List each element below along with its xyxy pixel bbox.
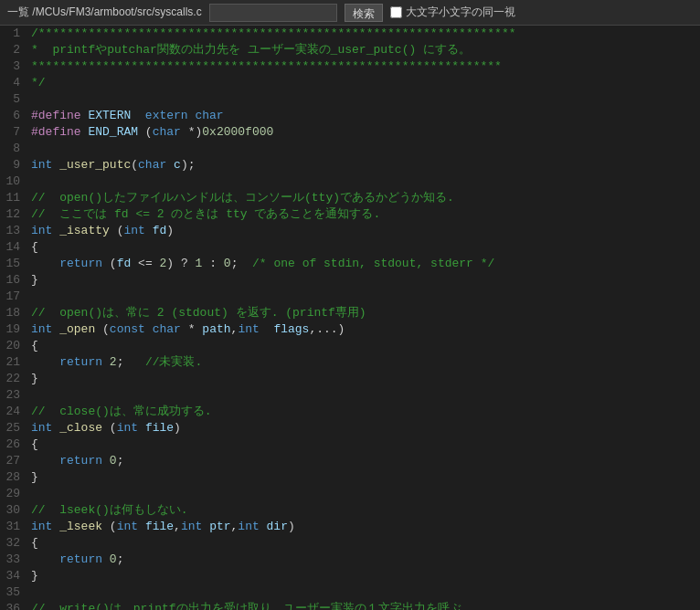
line-number: 24 xyxy=(0,404,27,420)
line-number: 5 xyxy=(0,91,27,108)
line-number: 8 xyxy=(0,141,27,157)
line-number: 3 xyxy=(0,58,27,75)
line-code xyxy=(27,174,700,190)
line-number: 27 xyxy=(0,453,27,469)
line-code: } xyxy=(27,272,700,289)
table-row: 15 return (fd <= 2) ? 1 : 0; /* one of s… xyxy=(0,256,700,272)
table-row: 17 xyxy=(0,289,700,305)
line-number: 7 xyxy=(0,124,27,141)
line-code: { xyxy=(27,338,700,354)
table-row: 28} xyxy=(0,469,700,486)
table-row: 11// open()したファイルハンドルは、コンソール(tty)であるかどうか… xyxy=(0,190,700,206)
line-code: int _user_putc(char c); xyxy=(27,157,700,174)
table-row: 19int _open (const char * path,int flags… xyxy=(0,321,700,338)
line-number: 10 xyxy=(0,174,27,190)
table-row: 6#define EXTERN extern char xyxy=(0,108,700,124)
table-row: 27 return 0; xyxy=(0,453,700,469)
line-code xyxy=(27,141,700,157)
line-code: return (fd <= 2) ? 1 : 0; /* one of stdi… xyxy=(27,256,700,272)
line-code: int _lseek (int file,int ptr,int dir) xyxy=(27,519,700,535)
line-number: 32 xyxy=(0,535,27,552)
line-code xyxy=(27,289,700,305)
table-row: 2* printfやputchar関数の出力先を ユーザー実装の_user_pu… xyxy=(0,42,700,58)
line-code: #define END_RAM (char *)0x2000f000 xyxy=(27,124,700,141)
line-code: ****************************************… xyxy=(27,58,700,75)
line-number: 26 xyxy=(0,436,27,453)
line-code: int _isatty (int fd) xyxy=(27,223,700,239)
table-row: 29 xyxy=(0,486,700,502)
toolbar: 一覧 /MCUs/FM3/armboot/src/syscalls.c 検索 大… xyxy=(0,0,700,26)
line-number: 29 xyxy=(0,486,27,502)
line-code: // write()は、printfの出力を受け取り、ユーザー実装の１文字出力を… xyxy=(27,601,700,610)
case-option-wrap: 大文字小文字の同一視 xyxy=(390,5,515,20)
table-row: 12// ここでは fd <= 2 のときは tty であることを通知する. xyxy=(0,206,700,223)
table-row: 33 return 0; xyxy=(0,552,700,568)
line-code xyxy=(27,486,700,502)
line-number: 20 xyxy=(0,338,27,354)
table-row: 14{ xyxy=(0,239,700,256)
line-number: 12 xyxy=(0,206,27,223)
line-code: int _close (int file) xyxy=(27,420,700,436)
line-number: 13 xyxy=(0,223,27,239)
line-code xyxy=(27,91,700,108)
table-row: 1/**************************************… xyxy=(0,26,700,42)
table-row: 26{ xyxy=(0,436,700,453)
line-code: // lseek()は何もしない. xyxy=(27,502,700,519)
table-row: 3***************************************… xyxy=(0,58,700,75)
line-code: #define EXTERN extern char xyxy=(27,108,700,124)
table-row: 25int _close (int file) xyxy=(0,420,700,436)
line-code: * printfやputchar関数の出力先を ユーザー実装の_user_put… xyxy=(27,42,700,58)
table-row: 30// lseek()は何もしない. xyxy=(0,502,700,519)
line-number: 19 xyxy=(0,321,27,338)
line-number: 11 xyxy=(0,190,27,206)
line-code: // ここでは fd <= 2 のときは tty であることを通知する. xyxy=(27,206,700,223)
line-code: // close()は、常に成功する. xyxy=(27,404,700,420)
line-number: 16 xyxy=(0,272,27,289)
line-code: } xyxy=(27,469,700,486)
table-row: 21 return 2; //未実装. xyxy=(0,354,700,371)
line-code: return 2; //未実装. xyxy=(27,354,700,371)
line-number: 33 xyxy=(0,552,27,568)
line-number: 2 xyxy=(0,42,27,58)
code-container: 1/**************************************… xyxy=(0,26,700,610)
line-code: int _open (const char * path,int flags,.… xyxy=(27,321,700,338)
line-number: 18 xyxy=(0,305,27,321)
line-number: 14 xyxy=(0,239,27,256)
table-row: 7#define END_RAM (char *)0x2000f000 xyxy=(0,124,700,141)
line-code xyxy=(27,387,700,404)
search-button[interactable]: 検索 xyxy=(345,4,383,22)
table-row: 16} xyxy=(0,272,700,289)
line-number: 21 xyxy=(0,354,27,371)
code-body: 1/**************************************… xyxy=(0,26,700,610)
table-row: 20{ xyxy=(0,338,700,354)
table-row: 8 xyxy=(0,141,700,157)
line-code: return 0; xyxy=(27,552,700,568)
table-row: 4*/ xyxy=(0,75,700,91)
line-number: 35 xyxy=(0,584,27,601)
line-number: 22 xyxy=(0,371,27,387)
line-number: 17 xyxy=(0,289,27,305)
line-code: { xyxy=(27,436,700,453)
table-row: 23 xyxy=(0,387,700,404)
search-input[interactable] xyxy=(209,4,337,22)
line-code: // open()したファイルハンドルは、コンソール(tty)であるかどうか知る… xyxy=(27,190,700,206)
table-row: 31int _lseek (int file,int ptr,int dir) xyxy=(0,519,700,535)
case-checkbox[interactable] xyxy=(390,6,402,18)
line-code: return 0; xyxy=(27,453,700,469)
code-table: 1/**************************************… xyxy=(0,26,700,610)
table-row: 24// close()は、常に成功する. xyxy=(0,404,700,420)
line-number: 28 xyxy=(0,469,27,486)
line-number: 4 xyxy=(0,75,27,91)
case-label[interactable]: 大文字小文字の同一視 xyxy=(406,5,515,20)
line-number: 15 xyxy=(0,256,27,272)
breadcrumb: 一覧 /MCUs/FM3/armboot/src/syscalls.c xyxy=(7,5,202,20)
line-code: { xyxy=(27,535,700,552)
line-number: 25 xyxy=(0,420,27,436)
line-number: 34 xyxy=(0,568,27,584)
table-row: 36// write()は、printfの出力を受け取り、ユーザー実装の１文字出… xyxy=(0,601,700,610)
line-code: } xyxy=(27,371,700,387)
line-code xyxy=(27,584,700,601)
line-code: } xyxy=(27,568,700,584)
table-row: 13int _isatty (int fd) xyxy=(0,223,700,239)
table-row: 18// open()は、常に 2 (stdout) を返す. (printf専… xyxy=(0,305,700,321)
